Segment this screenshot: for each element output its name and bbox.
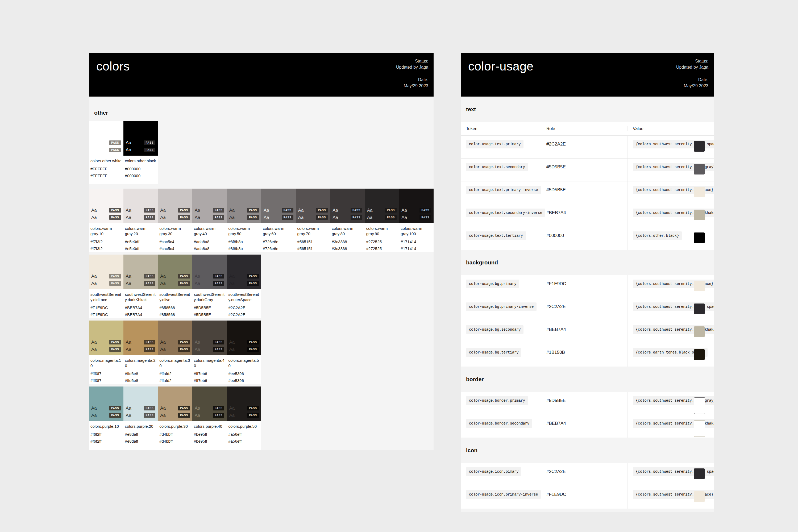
palette-column: Aa PASS Aa PASS colors.purple.50 #a56eff… [227,386,261,450]
palette-column: Aa PASS Aa PASS colors.other.white #FFFF… [89,121,124,184]
token-chip: color-usage.text.tertiary [466,231,526,240]
hex-value-2: #171414 [401,245,433,252]
table-row: color-usage.text.secondary #5D5B5E {colo… [461,158,714,182]
pass-badge: PASS [385,215,397,220]
value-cell: {colors.southwest serenity.dark khaki} [627,204,714,227]
pass-badge: PASS [178,281,190,286]
aa-sample: Aa [160,347,166,352]
date-value: May/29 2023 [676,83,708,89]
chip-label: colors.purple.50 #a56eff #a56eff [227,421,261,450]
pass-badge: PASS [350,208,362,212]
usage-section-heading: border [461,366,714,392]
token-cell: color-usage.bg.tertiary [461,344,541,366]
color-chip: Aa PASS Aa PASS [89,321,124,355]
hex-value-1: #8f8b8b [228,238,261,245]
pass-badge: PASS [282,215,293,220]
role-cell: #BEB7A4 [541,415,627,438]
token-chip: color-usage.bg.secondary [466,325,524,334]
column-header-role: Role [541,126,627,131]
hex-value-1: #ada8a8 [194,238,226,245]
table-row: color-usage.bg.secondary #BEB7A4 {colors… [461,321,714,344]
aa-sample: Aa [160,406,166,411]
table-row: color-usage.icon.primary-inverse #F1E9DC… [461,486,714,509]
color-swatch [694,304,705,314]
pass-badge: PASS [178,274,190,279]
aa-sample: Aa [126,147,131,153]
chip-label: colors.purple.40 #be95ff #be95ff [192,421,227,450]
date-value: May/29 2023 [396,83,428,89]
color-chip: Aa PASS Aa PASS [124,321,158,355]
token-cell: color-usage.icon.pimary [461,463,541,486]
aa-sample: Aa [91,147,97,153]
color-chip: Aa PASS Aa PASS [158,321,192,355]
pass-badge: PASS [144,215,155,220]
aa-sample: Aa [195,347,200,352]
usage-table: color-usage.icon.pimary #2C2A2E {colors.… [461,463,714,509]
pass-badge: PASS [213,215,225,220]
color-chip: Aa PASS Aa PASS [124,121,158,156]
palette-column: Aa PASS Aa PASS southwestSerenity.oldLac… [89,254,124,318]
aa-sample: Aa [91,281,97,286]
hex-value-1: #FFFFFF [91,166,122,172]
palette-column: Aa PASS Aa PASS colors.warm gray.50 #8f8… [227,189,261,252]
color-chip: Aa PASS Aa PASS [227,254,261,289]
hex-value-1: #ff7eb6 [194,370,226,377]
hex-value-2: #e8daff [125,438,157,445]
hex-value-2: #f7f3f2 [91,245,122,252]
value-cell: {colors.southwest serenity.dark gray} [627,158,714,181]
status-value: Updated by Jaga [676,64,708,70]
value-cell: {colors.earth tones.black olive} [627,344,714,366]
role-cell: #2C2A2E [541,136,627,158]
aa-sample: Aa [91,413,97,418]
pass-badge: PASS [247,215,259,220]
color-usage-panel: color-usage Status: Updated by Jaga Date… [461,53,714,512]
hex-value-1: #e8daff [125,431,157,438]
aa-sample: Aa [126,406,131,411]
pass-badge: PASS [213,406,225,411]
chip-label: colors.warm gray.10 #f7f3f2 #f7f3f2 [89,223,124,252]
hex-value-2: #e5e0df [125,245,157,252]
chip-label: colors.purple.10 #f6f2ff #f6f2ff [89,421,124,450]
pass-badge: PASS [144,274,155,279]
pass-badge: PASS [109,215,121,220]
color-chip: Aa PASS Aa PASS [399,189,434,223]
pass-badge: PASS [247,406,259,411]
color-chip: Aa PASS Aa PASS [89,189,124,223]
token-chip: color-usage.icon.primary-inverse [466,490,541,499]
page-title: color-usage [468,59,534,73]
colors-panel-header: colors Status: Updated by Jaga Date: May… [89,53,434,97]
aa-sample: Aa [229,215,234,220]
palette-column: Aa PASS Aa PASS colors.warm gray.100 #17… [399,189,434,252]
color-chip: Aa PASS Aa PASS [192,189,227,223]
pass-badge: PASS [350,215,362,220]
color-swatch [694,469,705,479]
palette-column: Aa PASS Aa PASS colors.purple.10 #f6f2ff… [89,386,124,450]
chip-label: colors.magenta.30 #ffafd2 #ffafd2 [158,355,192,384]
hex-value-1: #BEB7A4 [125,304,157,311]
date-label: Date: [396,77,428,83]
hex-value-1: #ee5396 [228,370,261,377]
token-name: colors.magenta.10 [91,358,122,368]
usage-section-heading: background [461,250,714,275]
colors-panel-body: other Aa PASS Aa PASS colors.other.white… [89,97,434,450]
pass-badge: PASS [144,281,155,286]
value-cell: {colors.southwest serenity.dark khaki} [627,321,714,344]
hex-value-2: #be95ff [194,438,226,445]
aa-sample: Aa [160,281,166,286]
token-name: colors.warm gray.10 [91,226,122,236]
pass-badge: PASS [144,140,155,145]
pass-badge: PASS [247,281,259,286]
token-name: colors.warm gray.60 [263,226,295,236]
role-cell: #F1E9DC [541,275,627,298]
aa-sample: Aa [332,215,338,220]
pass-badge: PASS [316,215,328,220]
color-chip: Aa PASS Aa PASS [124,254,158,289]
table-row: color-usage.text.primary #2C2A2E {colors… [461,136,714,158]
column-header-token: Token [461,126,541,131]
token-cell: color-usage.bg.primary-inverse [461,298,541,321]
usage-table: Token Role Value color-usage.text.primar… [461,122,714,250]
canvas: { "shared": { "aa_label": "Aa", "badge_l… [0,0,798,532]
aa-sample: Aa [264,215,269,220]
color-swatch [694,187,705,197]
token-cell: color-usage.bg.secondary [461,321,541,344]
